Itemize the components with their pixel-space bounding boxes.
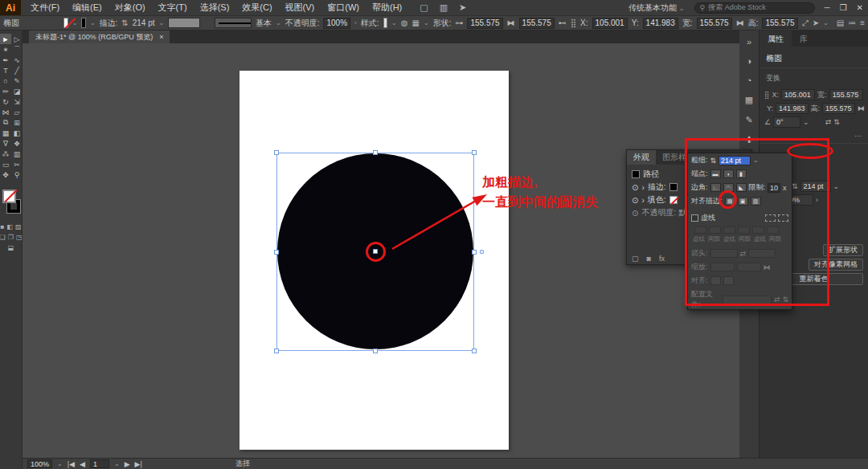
join-bevel-button[interactable]: ◣ <box>736 183 747 192</box>
hand-tool[interactable]: ✥ <box>0 169 11 180</box>
dock-panel2-icon[interactable]: ≔ <box>848 18 856 27</box>
workspace-switcher[interactable]: 传统基本功能 ⌄ <box>628 2 684 14</box>
fill-indicator[interactable] <box>2 190 16 203</box>
menu-object[interactable]: 对象(O) <box>115 2 145 14</box>
handle-bottom-right[interactable] <box>472 349 477 353</box>
new-fill-icon[interactable]: ◙ <box>647 255 651 263</box>
dock-panel3-icon[interactable]: ≡ <box>860 18 865 27</box>
blend-tool[interactable]: ❖ <box>11 138 23 149</box>
artboard-tool[interactable]: ▭ <box>0 159 11 169</box>
ellipse-tool[interactable]: ○ <box>0 75 11 86</box>
direct-selection-tool[interactable]: ▷ <box>11 34 23 44</box>
pp-w-value[interactable]: 155.575 <box>829 89 863 100</box>
document-icon[interactable]: ▢ <box>420 2 428 13</box>
tab-libraries[interactable]: 库 <box>792 31 816 47</box>
screen-mode-button[interactable]: ⬓ <box>0 244 22 251</box>
arrow-align-tip-button[interactable] <box>710 276 721 285</box>
color-button[interactable]: ■ <box>1 223 5 230</box>
swap-arrowheads-icon[interactable]: ⇄ <box>740 250 747 258</box>
expand-shape-button[interactable]: 扩展形状 <box>823 244 863 256</box>
pp-stroke-stepper-icon[interactable]: ⇅ <box>792 182 798 190</box>
stroke-row-swatch[interactable] <box>669 183 678 191</box>
zoom-tool[interactable]: ⚲ <box>11 169 23 180</box>
arrange-documents-icon[interactable]: ▥ <box>440 2 448 13</box>
collapse-dock-icon[interactable]: » <box>747 37 751 47</box>
lasso-tool[interactable]: ⌒ <box>11 44 23 55</box>
pencil-tool[interactable]: ✏ <box>0 86 11 96</box>
close-button[interactable]: ✕ <box>857 3 863 12</box>
pp-constrain-icon[interactable]: ⧓ <box>858 104 865 112</box>
tab-appearance[interactable]: 外观 <box>627 150 656 165</box>
menu-file[interactable]: 文件(F) <box>31 2 59 14</box>
menu-help[interactable]: 帮助(H) <box>372 2 402 14</box>
minimize-button[interactable]: ─ <box>825 3 830 12</box>
isolate-chevron-icon[interactable]: ⌄ <box>823 19 829 27</box>
artboard-chevron-icon[interactable]: ⌄ <box>114 460 120 467</box>
scale-tool[interactable]: ⇲ <box>11 96 23 107</box>
dash-preset2-button[interactable] <box>778 214 788 222</box>
align-stroke-inside-button[interactable]: ▣ <box>738 197 748 206</box>
align-chevron-icon[interactable]: ⌄ <box>424 19 429 27</box>
stroke-stepper-icon[interactable]: ⇅ <box>121 18 128 27</box>
arrowhead-end-dropdown[interactable] <box>748 249 776 258</box>
handle-top-left[interactable] <box>274 150 279 155</box>
eyedropper-tool[interactable]: ∇ <box>0 138 11 149</box>
arrowhead-start-dropdown[interactable] <box>710 249 738 258</box>
pp-x-value[interactable]: 105.001 <box>781 89 815 100</box>
slice-tool[interactable]: ✂ <box>11 159 23 169</box>
stock-search-input[interactable]: ⚲搜索 Adobe Stock <box>694 2 815 14</box>
fill-color-swatch[interactable] <box>63 18 68 28</box>
zoom-level-value[interactable]: 100% <box>27 459 52 468</box>
add-effect-icon[interactable]: fx <box>659 255 665 263</box>
opacity-more-icon[interactable]: › <box>354 19 357 27</box>
profile-flip-v-icon[interactable]: ⇅ <box>782 296 788 304</box>
none-button[interactable]: ▨ <box>15 223 22 230</box>
handle-bottom-center[interactable] <box>373 349 378 353</box>
profile-flip-h-icon[interactable]: ⇄ <box>774 296 780 304</box>
flip-vertical-icon[interactable]: ⇅ <box>833 118 840 126</box>
app-logo-icon[interactable]: Ai <box>0 0 21 15</box>
symbols-panel-icon[interactable]: ✤ <box>745 135 752 145</box>
dash1-field[interactable] <box>694 226 706 234</box>
miter-limit-value[interactable]: 10 <box>768 183 780 193</box>
handle-top-right[interactable] <box>472 150 477 155</box>
profile-dropdown[interactable] <box>723 296 772 304</box>
new-stroke-icon[interactable]: ▢ <box>632 255 639 263</box>
scale-link-icon[interactable]: ⧓ <box>764 263 771 271</box>
menu-effect[interactable]: 效果(C) <box>242 2 272 14</box>
visibility-eye-icon[interactable]: ⊙ <box>632 183 638 192</box>
swatches-panel-icon[interactable]: ▦ <box>745 95 753 105</box>
weight-value-input[interactable]: 214 pt <box>719 156 751 165</box>
x-value[interactable]: 105.001 <box>592 18 628 29</box>
type-tool[interactable]: T <box>0 65 11 75</box>
color-panel-icon[interactable]: ◑ <box>747 56 752 66</box>
draw-inside-icon[interactable]: ◳ <box>16 234 23 241</box>
brushes-panel-icon[interactable]: ✎ <box>745 115 752 125</box>
free-transform-tool[interactable]: ▱ <box>11 107 23 117</box>
weight-chevron-icon[interactable]: ⌄ <box>753 157 759 164</box>
weight-stepper-icon[interactable]: ⇅ <box>710 157 717 165</box>
gap2-field[interactable] <box>738 226 750 234</box>
recolor-artwork-icon[interactable]: ◍ <box>401 18 408 27</box>
symbol-sprayer-tool[interactable]: ⁂ <box>0 149 11 159</box>
stroke-chevron-icon[interactable]: ⌄ <box>90 19 96 27</box>
handle-bottom-left[interactable] <box>274 349 279 353</box>
fill-row-swatch[interactable] <box>669 196 678 204</box>
width-profile-dropdown[interactable] <box>168 18 199 28</box>
align-pixel-grid-button[interactable]: 对齐像素网格 <box>809 259 863 271</box>
dock-panel1-icon[interactable]: ▤ <box>837 18 844 27</box>
pp-stroke-weight-value[interactable]: 214 pt <box>800 181 831 192</box>
stroke-weight-chevron-icon[interactable]: ⌄ <box>159 19 165 27</box>
color-guide-panel-icon[interactable]: ◔ <box>747 75 752 85</box>
expand-arrow-icon2[interactable]: › <box>641 196 644 205</box>
line-segment-tool[interactable]: ╱ <box>11 65 23 75</box>
join-miter-button[interactable]: ∟ <box>710 183 721 192</box>
brush-definition-value[interactable]: 基本 <box>256 18 272 29</box>
perspective-grid-tool[interactable]: ⊞ <box>11 117 23 128</box>
restore-button[interactable]: ❐ <box>840 3 847 12</box>
cap-projecting-button[interactable]: ▮ <box>736 169 747 178</box>
dash3-field[interactable] <box>752 226 764 234</box>
angle-value[interactable]: 0° <box>773 116 800 128</box>
prev-artboard-icon[interactable]: ◀ <box>80 460 85 468</box>
width-tool[interactable]: ⋈ <box>0 107 11 117</box>
